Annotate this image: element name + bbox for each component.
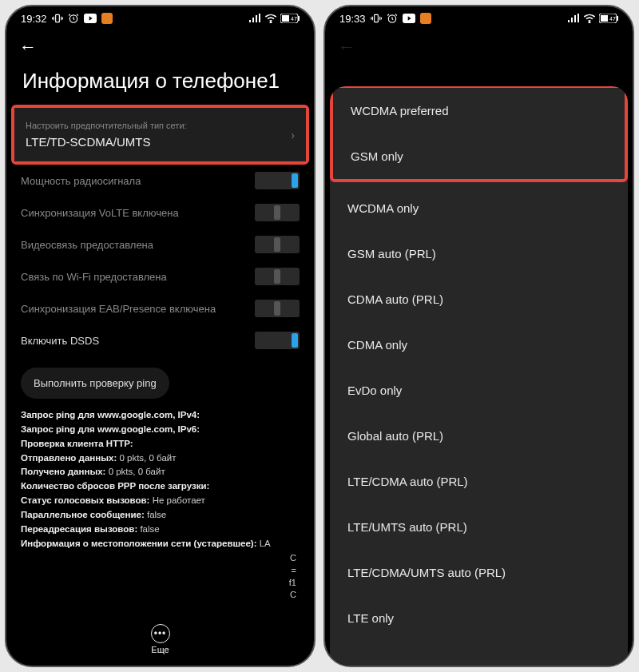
highlight-network-type: Настроить предпочтительный тип сети: LTE… bbox=[11, 105, 309, 165]
setting-row[interactable]: Синхронизация VoLTE включена bbox=[6, 197, 314, 229]
option-wcdma-preferred[interactable]: WCDMA preferred bbox=[333, 88, 625, 133]
back-icon[interactable]: ← bbox=[338, 37, 355, 58]
wifi-icon bbox=[264, 14, 277, 23]
trail-text: C = f1 C bbox=[6, 552, 314, 602]
svg-rect-7 bbox=[298, 16, 300, 21]
option-item[interactable]: LTE/UMTS auto (PRL) bbox=[330, 504, 628, 550]
more-label: Еще bbox=[151, 645, 169, 654]
option-item[interactable]: CDMA auto (PRL) bbox=[330, 276, 628, 322]
battery-icon: 47 bbox=[280, 14, 300, 23]
svg-rect-0 bbox=[55, 14, 59, 22]
wifi-icon bbox=[583, 14, 596, 23]
phone-right: 19:33 47 ← WCDMA preferred GSM only WCDM… bbox=[323, 5, 634, 667]
back-row: ← bbox=[325, 30, 633, 64]
svg-rect-12 bbox=[420, 13, 431, 24]
network-mode-dialog: WCDMA preferred GSM only WCDMA only GSM … bbox=[330, 86, 628, 666]
setting-label: Мощность радиосигнала bbox=[21, 175, 141, 187]
highlight-options: WCDMA preferred GSM only bbox=[330, 86, 628, 182]
svg-text:47: 47 bbox=[291, 16, 297, 22]
clock: 19:32 bbox=[21, 13, 47, 25]
setting-row[interactable]: Включить DSDS bbox=[6, 324, 314, 356]
page-title: Информация о телефоне1 bbox=[6, 64, 314, 105]
svg-rect-16 bbox=[617, 16, 618, 21]
option-item[interactable]: LTE/CDMA/UMTS auto (PRL) bbox=[330, 550, 628, 595]
clock: 19:33 bbox=[339, 13, 366, 25]
setting-row[interactable]: Видеосвязь предоставлена bbox=[6, 229, 314, 260]
option-gsm-only[interactable]: GSM only bbox=[333, 133, 625, 179]
chevron-right-icon: › bbox=[291, 129, 295, 141]
signal-icon bbox=[248, 14, 261, 23]
option-item[interactable]: EvDo only bbox=[330, 368, 628, 413]
content-left: Настроить предпочтительный тип сети: LTE… bbox=[6, 105, 314, 618]
app-icon bbox=[101, 13, 113, 24]
toggle[interactable] bbox=[255, 300, 300, 317]
more-icon[interactable]: ••• bbox=[151, 624, 170, 643]
svg-rect-9 bbox=[374, 14, 378, 22]
setting-label: Синхронизация VoLTE включена bbox=[21, 207, 179, 219]
status-bar: 19:33 47 bbox=[325, 6, 633, 30]
option-item[interactable]: LTE/CDMA auto (PRL) bbox=[330, 459, 628, 504]
info-block: Запрос ping для www.google.com, IPv4: За… bbox=[6, 407, 314, 552]
back-row: ← bbox=[6, 30, 314, 64]
bottom-bar: ••• Еще bbox=[6, 618, 314, 666]
vibrate-icon bbox=[52, 13, 63, 24]
setting-label: Включить DSDS bbox=[21, 335, 99, 347]
option-item[interactable]: Global auto (PRL) bbox=[330, 413, 628, 459]
svg-rect-3 bbox=[101, 13, 113, 24]
network-type-sub: Настроить предпочтительный тип сети: bbox=[26, 121, 187, 130]
network-type-row[interactable]: Настроить предпочтительный тип сети: LTE… bbox=[14, 108, 306, 161]
phone-left: 19:32 47 ← Информация о телефоне1 Настро… bbox=[5, 5, 316, 667]
option-item[interactable]: WCDMA only bbox=[330, 185, 628, 231]
app-icon bbox=[420, 13, 431, 24]
svg-rect-15 bbox=[601, 15, 608, 22]
svg-point-13 bbox=[589, 22, 589, 23]
youtube-icon bbox=[84, 14, 97, 23]
option-item[interactable]: CDMA only bbox=[330, 322, 628, 368]
toggle[interactable] bbox=[255, 268, 300, 285]
signal-icon bbox=[567, 14, 580, 23]
setting-label: Синхронизация EAB/Presence включена bbox=[21, 303, 216, 315]
option-item[interactable]: GSM auto (PRL) bbox=[330, 231, 628, 276]
battery-icon: 47 bbox=[599, 14, 618, 23]
option-item[interactable]: LTE only bbox=[330, 595, 628, 641]
svg-text:47: 47 bbox=[609, 16, 616, 22]
status-bar: 19:32 47 bbox=[6, 6, 314, 30]
setting-row[interactable]: Связь по Wi-Fi предоставлена bbox=[6, 260, 314, 292]
setting-label: Связь по Wi-Fi предоставлена bbox=[21, 271, 167, 283]
toggle[interactable] bbox=[255, 332, 300, 349]
setting-row[interactable]: Синхронизация EAB/Presence включена bbox=[6, 292, 314, 324]
setting-label: Видеосвязь предоставлена bbox=[21, 239, 153, 251]
vibrate-icon bbox=[371, 13, 382, 24]
svg-rect-6 bbox=[282, 15, 289, 22]
svg-point-4 bbox=[270, 22, 271, 23]
ping-button[interactable]: Выполнить проверку ping bbox=[21, 368, 169, 399]
alarm-icon bbox=[68, 13, 79, 24]
back-icon[interactable]: ← bbox=[19, 37, 37, 58]
setting-row[interactable]: Мощность радиосигнала bbox=[6, 165, 314, 197]
toggle[interactable] bbox=[255, 172, 300, 189]
alarm-icon bbox=[387, 13, 398, 24]
toggle[interactable] bbox=[255, 236, 300, 253]
toggle[interactable] bbox=[255, 204, 300, 221]
network-type-value: LTE/TD-SCDMA/UMTS bbox=[26, 135, 187, 149]
youtube-icon bbox=[403, 14, 415, 23]
